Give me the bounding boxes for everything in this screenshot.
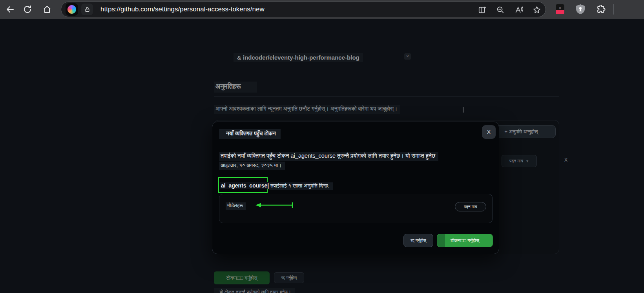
permission-name-label: मोडेलहरू [226, 202, 246, 210]
security-shield-icon[interactable] [576, 4, 585, 15]
dialog-expiry-text: आइतवार, १० अगस्ट, २०२५ मा। [219, 162, 285, 170]
url-text[interactable]: https://github.com/settings/personal-acc… [100, 2, 265, 17]
grants-text: तपाईलाई १ खाता अनुमति दिन्छ: [269, 182, 333, 190]
annotation-arrow-icon [254, 202, 298, 208]
dialog-header-divider [212, 145, 499, 145]
permission-summary-panel: मोडेलहरू पढ्न मात्र [219, 194, 493, 223]
read-aloud-icon[interactable] [514, 5, 523, 14]
dialog-footer-divider [212, 227, 499, 227]
favorite-star-icon[interactable] [533, 5, 541, 14]
dialog-cancel-button[interactable]: रद्द गर्नुहोस् [403, 234, 433, 247]
token-name-text: ai_agents_course| [220, 182, 270, 189]
toolbar-separator [613, 4, 614, 15]
dialog-intro-text: तपाईको नयाँ व्यक्तिगत पहुँच टोकन ai_agen… [219, 152, 438, 161]
copilot-icon[interactable] [66, 3, 78, 16]
extensions-puzzle-icon[interactable] [596, 4, 606, 14]
browser-window: https://github.com/settings/personal-acc… [0, 0, 644, 293]
dialog-close-button[interactable]: X [482, 125, 496, 139]
site-lock-icon[interactable] [81, 4, 93, 15]
dialog-title: नयाँ व्यक्तिगत पहुँच टोकन [219, 129, 281, 139]
refresh-icon[interactable] [23, 5, 32, 14]
permission-access-pill[interactable]: पढ्न मात्र [455, 202, 486, 211]
new-token-confirm-dialog: नयाँ व्यक्तिगत पहुँच टोकन X तपाईको नयाँ … [212, 122, 499, 254]
split-screen-icon[interactable] [478, 5, 487, 14]
browser-toolbar: https://github.com/settings/personal-acc… [0, 0, 644, 19]
home-icon[interactable] [42, 5, 52, 14]
red-extension-icon[interactable]: -☼- [556, 4, 564, 14]
dialog-create-token-button[interactable]: टोकन□□ गर्नुहोस् [437, 234, 493, 247]
back-icon[interactable] [5, 5, 15, 14]
zoom-out-icon[interactable] [496, 5, 505, 14]
address-bar[interactable]: https://github.com/settings/personal-acc… [61, 2, 546, 17]
